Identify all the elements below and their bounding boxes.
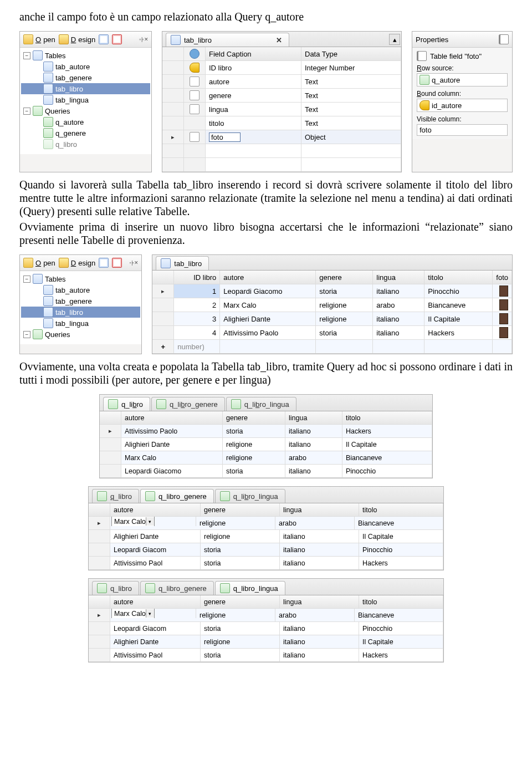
col-titolo[interactable]: titolo <box>359 595 443 608</box>
table-row[interactable]: Marx Calo▾religionearaboBiancaneve <box>89 609 443 622</box>
col-genere[interactable]: genere <box>316 271 373 284</box>
col-id[interactable]: ID libro <box>174 271 220 284</box>
tree-item-tab_lingua[interactable]: tab_lingua <box>21 94 150 105</box>
tab-q_libro_lingua[interactable]: q_libro_lingua <box>215 489 285 503</box>
table-icon <box>171 35 181 45</box>
grid-delete-icon[interactable] <box>112 258 122 268</box>
table-row[interactable]: 2Marx CaloreligionearaboBiancaneve <box>152 298 512 312</box>
col-autore[interactable]: autore <box>121 411 223 424</box>
table-row[interactable]: Attivissimo PaolstoriaitalianoHackers <box>89 649 443 662</box>
grid-icon[interactable] <box>99 34 109 44</box>
close-icon[interactable]: ✕ <box>276 36 282 44</box>
tab-q_libro[interactable]: q_libro <box>103 397 150 411</box>
col-titolo[interactable]: titolo <box>424 271 493 284</box>
tree-tables[interactable]: −Tables <box>21 50 150 61</box>
field-name[interactable]: lingua <box>206 103 301 116</box>
field-name[interactable]: genere <box>206 89 301 102</box>
tree-queries[interactable]: −Queries <box>21 105 150 116</box>
col-foto[interactable]: foto <box>493 271 512 284</box>
table-row[interactable]: Marx Calo▾religionearaboBiancaneve <box>89 517 443 530</box>
chevron-down-icon[interactable]: ▾ <box>146 609 154 618</box>
table-row[interactable]: 4Attivissimo PaolostoriaitalianoHackers <box>152 326 512 340</box>
table-row[interactable]: Leopardi GiacomstoriaitalianoPinocchio <box>89 622 443 635</box>
field-type[interactable]: Text <box>301 75 401 88</box>
autore-combo[interactable]: Marx Calo▾ <box>111 517 155 526</box>
open-button[interactable]: Open <box>23 34 55 44</box>
col-autore[interactable]: autore <box>220 271 316 284</box>
field-name[interactable]: titolo <box>206 116 301 130</box>
field-type[interactable]: Integer Number <box>301 61 401 74</box>
add-row-icon[interactable]: + <box>152 340 174 353</box>
field-name[interactable]: autore <box>206 75 301 88</box>
design-button[interactable]: Design <box>59 34 95 44</box>
tree-item-q_genere[interactable]: q_genere <box>21 128 150 139</box>
field-name-editing[interactable]: foto <box>209 132 241 142</box>
col-autore[interactable]: autore <box>110 595 201 608</box>
table-new-row[interactable]: +number) <box>152 340 512 354</box>
col-type[interactable]: Data Type <box>301 47 401 60</box>
autore-combo[interactable]: Marx Calo▾ <box>111 609 155 618</box>
table-row[interactable]: Alighieri DantereligioneitalianoIl Capit… <box>100 438 432 451</box>
dock-icon[interactable]: ▫ |▫ ✕ <box>139 37 148 42</box>
table-row[interactable]: Leopardi GiacomostoriaitalianoPinocchio <box>100 465 432 478</box>
tree-item-tab_libro[interactable]: tab_libro <box>21 83 150 94</box>
col-autore[interactable]: autore <box>110 503 201 516</box>
grid-delete-icon[interactable] <box>112 34 122 44</box>
tab-tab_libro[interactable]: tab_libro✕ <box>166 33 289 47</box>
col-lingua[interactable]: lingua <box>285 411 342 424</box>
tree-item-q_autore[interactable]: q_autore <box>21 116 150 128</box>
open-button[interactable]: Open <box>23 258 55 268</box>
table-row[interactable]: Attivissimo PaolstoriaitalianoHackers <box>89 557 443 570</box>
dock-icon[interactable]: ▫ |▫ ✕ <box>130 260 139 266</box>
col-titolo[interactable]: titolo <box>342 411 432 424</box>
field-type[interactable]: Text <box>301 89 401 102</box>
table-icon <box>43 307 53 317</box>
col-titolo[interactable]: titolo <box>359 503 443 516</box>
design-button[interactable]: Design <box>59 258 95 268</box>
field-type[interactable]: Object <box>301 130 401 144</box>
col-lingua[interactable]: lingua <box>373 271 424 284</box>
visible-column-value[interactable]: foto <box>417 124 508 136</box>
tab-q_libro_lingua[interactable]: q_libro_lingua <box>226 397 296 411</box>
field-icon <box>190 132 200 142</box>
tab-q_libro[interactable]: q_libro <box>92 489 139 503</box>
col-genere[interactable]: genere <box>201 595 280 608</box>
properties-icon[interactable] <box>499 34 509 44</box>
queries-icon <box>33 329 43 339</box>
field-name[interactable]: ID libro <box>206 61 301 74</box>
tree-tables[interactable]: −Tables <box>21 273 140 284</box>
grid-icon[interactable] <box>99 258 109 268</box>
tab-q_libro_genere[interactable]: q_libro_genere <box>140 489 214 503</box>
table-row[interactable]: 1Leopardi GiacomostoriaitalianoPinocchio <box>152 284 512 298</box>
chevron-down-icon[interactable]: ▾ <box>146 517 154 526</box>
tab-q_libro_genere[interactable]: q_libro_genere <box>151 397 225 411</box>
table-row[interactable]: Marx CaloreligionearaboBiancaneve <box>100 451 432 465</box>
col-genere[interactable]: genere <box>201 503 280 516</box>
tree-item-tab_autore[interactable]: tab_autore <box>21 284 140 295</box>
table-row[interactable]: Alighieri DantereligioneitalianoIl Capit… <box>89 530 443 543</box>
table-row[interactable]: 3Alighieri DantereligioneitalianoIl Capi… <box>152 312 512 326</box>
tab-q_libro_genere[interactable]: q_libro_genere <box>140 581 214 595</box>
row-source-value[interactable]: q_autore <box>417 73 508 86</box>
tree-queries[interactable]: −Queries <box>21 329 140 340</box>
table-row[interactable]: Leopardi GiacomstoriaitalianoPinocchio <box>89 543 443 557</box>
tree-item-tab_genere[interactable]: tab_genere <box>21 295 140 307</box>
field-type[interactable]: Text <box>301 103 401 116</box>
col-caption[interactable]: Field Caption <box>206 47 301 60</box>
tree-item-tab_genere[interactable]: tab_genere <box>21 72 150 83</box>
field-type[interactable]: Text <box>301 116 401 130</box>
table-row[interactable]: Alighieri DantereligioneitalianoIl Capit… <box>89 635 443 649</box>
col-genere[interactable]: genere <box>223 411 285 424</box>
col-lingua[interactable]: lingua <box>280 503 359 516</box>
tab-q_libro[interactable]: q_libro <box>92 581 139 595</box>
tree-item-tab_autore[interactable]: tab_autore <box>21 61 150 72</box>
tree-item-tab_libro[interactable]: tab_libro <box>21 307 140 318</box>
table-row[interactable]: Attivissimo PaolostoriaitalianoHackers <box>100 425 432 438</box>
tree-item-tab_lingua[interactable]: tab_lingua <box>21 318 140 329</box>
col-lingua[interactable]: lingua <box>280 595 359 608</box>
tree-item-q_libro[interactable]: q_libro <box>21 139 150 150</box>
bound-column-value[interactable]: id_autore <box>417 99 508 112</box>
tab-q_libro_lingua[interactable]: q_libro_lingua <box>215 581 285 595</box>
scroll-up-icon[interactable]: ▴ <box>389 34 400 45</box>
tab-tab_libro[interactable]: tab_libro <box>156 256 209 270</box>
